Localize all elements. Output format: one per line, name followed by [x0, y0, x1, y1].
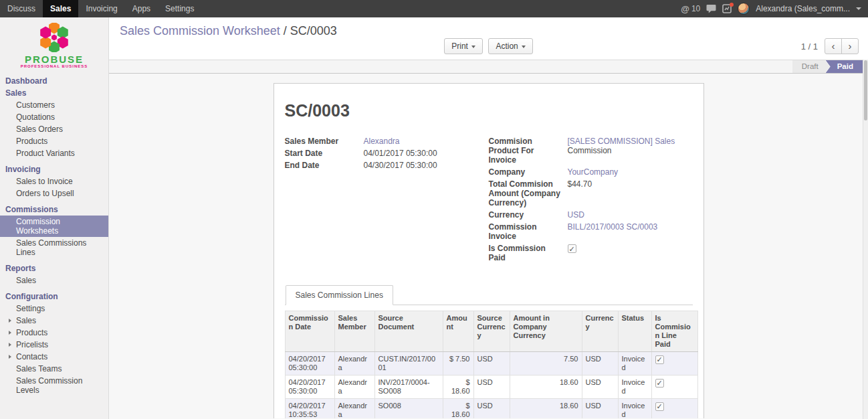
sidebar-item-sales-to-invoice[interactable]: Sales to Invoice	[0, 175, 108, 187]
sidebar: PROBUSE PROFESSIONAL BUSINESS Dashboard …	[0, 17, 109, 419]
notifications-icon[interactable]	[722, 4, 732, 13]
cell-amount: $ 18.60	[443, 375, 473, 399]
sidebar-item-settings[interactable]: Settings	[0, 303, 108, 315]
cell-source-currency: USD	[473, 375, 510, 399]
cell-currency: USD	[582, 352, 618, 375]
cell-status: Invoiced	[618, 352, 651, 375]
sidebar-item-pricelists[interactable]: Pricelists	[0, 339, 108, 351]
scrollbar-thumb[interactable]	[864, 60, 867, 120]
cell-date: 04/20/2017 10:35:53	[285, 399, 334, 419]
commission-line-row[interactable]: 04/20/2017 10:35:53 Alexandra SO008 $ 18…	[285, 399, 697, 419]
menu-sales[interactable]: Sales	[43, 0, 78, 17]
sidebar-item-sales-commission-levels[interactable]: Sales Commission Levels	[0, 375, 108, 396]
commission-invoice-link[interactable]: BILL/2017/0003 SC/0003	[568, 222, 658, 232]
line-paid-checkbox[interactable]	[655, 402, 664, 411]
cell-member: Alexandra	[334, 352, 374, 375]
company-label: Company	[489, 167, 568, 177]
print-button-label: Print	[451, 41, 468, 51]
sidebar-heading-invoicing[interactable]: Invoicing	[0, 163, 108, 175]
col-amount-company-currency: Amount in Company Currency	[510, 311, 582, 352]
col-amount: Amount	[443, 311, 473, 352]
status-draft[interactable]: Draft	[792, 60, 830, 73]
pager-value: 1 / 1	[801, 41, 818, 52]
table-header-row: Commission Date Sales Member Source Docu…	[285, 311, 697, 352]
currency-link[interactable]: USD	[568, 210, 584, 220]
cell-amount: $ 18.60	[443, 399, 473, 419]
menu-invoicing[interactable]: Invoicing	[78, 0, 124, 17]
breadcrumb-parent-link[interactable]: Sales Commission Worksheet	[120, 24, 280, 37]
sales-member-link[interactable]: Alexandra	[364, 137, 400, 146]
sidebar-heading-commissions[interactable]: Commissions	[0, 203, 108, 216]
company-link[interactable]: YourCompany	[568, 167, 619, 177]
pager-next-button[interactable]: ›	[841, 38, 859, 54]
sidebar-heading-dashboard[interactable]: Dashboard	[0, 75, 108, 87]
commission-product-label: Commision Product For Invoice	[489, 137, 568, 165]
toolbar: Print Action	[109, 38, 868, 54]
start-date-value: 04/01/2017 05:30:00	[364, 149, 489, 158]
sidebar-heading-sales[interactable]: Sales	[0, 87, 108, 99]
expand-caret-icon	[9, 331, 11, 335]
currency-label: Currency	[489, 210, 568, 220]
commission-line-row[interactable]: 04/20/2017 05:30:00 Alexandra CUST.IN/20…	[285, 352, 697, 375]
messages-count: 10	[691, 4, 700, 13]
user-menu-label[interactable]: Alexandra (Sales_comm...	[756, 4, 850, 13]
cell-paid	[651, 399, 697, 419]
end-date-label: End Date	[285, 161, 364, 170]
vertical-scrollbar[interactable]	[863, 60, 868, 419]
breadcrumb-current: SC/0003	[290, 24, 337, 37]
start-date-label: Start Date	[285, 149, 364, 158]
menu-discuss[interactable]: Discuss	[0, 0, 43, 17]
messages-counter[interactable]: @ 10	[681, 4, 700, 14]
sidebar-item-contacts[interactable]: Contacts	[0, 351, 108, 363]
record-title: SC/0003	[285, 101, 693, 120]
cell-source: CUST.IN/2017/0001	[374, 352, 443, 375]
cell-paid	[651, 352, 697, 375]
sidebar-heading-configuration[interactable]: Configuration	[0, 290, 108, 303]
sidebar-item-sales-teams[interactable]: Sales Teams	[0, 363, 108, 375]
status-paid[interactable]: Paid	[826, 60, 863, 73]
sidebar-item-config-products[interactable]: Products	[0, 327, 108, 339]
menu-settings[interactable]: Settings	[158, 0, 201, 17]
logo-hex-flower	[39, 23, 69, 52]
pager: 1 / 1 ‹›	[801, 38, 859, 54]
cell-member: Alexandra	[334, 375, 374, 399]
line-paid-checkbox[interactable]	[655, 379, 664, 388]
print-button[interactable]: Print	[444, 38, 483, 54]
pager-previous-button[interactable]: ‹	[825, 38, 842, 54]
breadcrumb-separator: /	[284, 24, 287, 37]
sidebar-heading-reports[interactable]: Reports	[0, 262, 108, 274]
line-paid-checkbox[interactable]	[655, 355, 664, 364]
menu-apps[interactable]: Apps	[125, 0, 158, 17]
sidebar-item-config-sales[interactable]: Sales	[0, 315, 108, 327]
is-commission-paid-label: Is Commission Paid	[489, 244, 568, 262]
sidebar-item-sales-commissions-lines[interactable]: Sales Commissions Lines	[0, 237, 108, 258]
at-icon: @	[681, 4, 689, 14]
form-sheet: SC/0003 Sales Member Alexandra Start Dat…	[274, 83, 704, 418]
sidebar-item-reports-sales[interactable]: Sales	[0, 274, 108, 286]
action-button[interactable]: Action	[488, 38, 532, 54]
field-group-right: Commision Product For Invoice [SALES COM…	[489, 137, 693, 265]
user-avatar[interactable]	[738, 3, 750, 15]
end-date-value: 04/30/2017 05:30:00	[364, 161, 489, 170]
sidebar-item-label: Sales	[16, 316, 36, 325]
breadcrumb: Sales Commission Worksheet / SC/0003	[109, 17, 868, 38]
sidebar-item-sales-orders[interactable]: Sales Orders	[0, 123, 108, 135]
sidebar-item-commission-worksheets[interactable]: Commission Worksheets	[0, 216, 108, 237]
expand-caret-icon	[9, 343, 11, 347]
col-is-commission-line-paid: Is Commision Line Paid	[651, 311, 697, 352]
sidebar-item-product-variants[interactable]: Product Variants	[0, 147, 108, 159]
is-commission-paid-checkbox[interactable]	[568, 244, 576, 253]
sidebar-item-customers[interactable]: Customers	[0, 99, 108, 111]
chat-icon[interactable]	[706, 4, 716, 13]
commission-product-link[interactable]: [SALES COMMISSION] Sales	[568, 137, 675, 146]
cell-paid	[651, 375, 697, 399]
cell-company-amount: 7.50	[510, 352, 582, 375]
sidebar-item-orders-to-upsell[interactable]: Orders to Upsell	[0, 187, 108, 199]
tab-sales-commission-lines[interactable]: Sales Commission Lines	[286, 285, 393, 305]
chevron-down-icon	[471, 46, 475, 48]
commission-line-row[interactable]: 04/20/2017 05:30:00 Alexandra INV/2017/0…	[285, 375, 697, 399]
sidebar-item-quotations[interactable]: Quotations	[0, 111, 108, 123]
cell-currency: USD	[582, 375, 618, 399]
sidebar-item-products[interactable]: Products	[0, 135, 108, 147]
chevron-down-icon[interactable]	[856, 7, 861, 10]
